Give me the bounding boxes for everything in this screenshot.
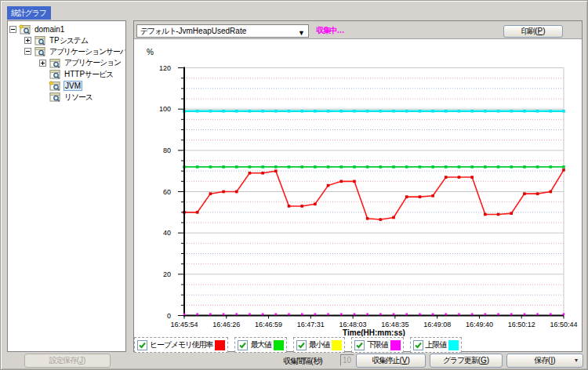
save-button-label: 保存(I) (534, 356, 555, 365)
checkbox-checked-icon[interactable] (238, 340, 248, 350)
print-button[interactable]: 印刷(P) (503, 25, 563, 38)
legend-item-下限値: 下限値 (351, 337, 403, 353)
checkbox-checked-icon[interactable] (413, 340, 423, 350)
svg-text:20: 20 (163, 270, 171, 278)
legend-color-swatch (390, 340, 401, 350)
tree-item-HTTPサービス[interactable]: HTTPサービス (8, 69, 125, 80)
collecting-status: 収集中… (316, 25, 343, 36)
monitor-icon (34, 46, 46, 56)
legend-label: 最小値 (309, 339, 329, 350)
tree-item-アプリケーション[interactable]: アプリケーション (8, 57, 125, 68)
tree-item-label[interactable]: domain1 (34, 25, 65, 34)
legend-item-上限値: 上限値 (410, 337, 462, 353)
tree-item-domain1[interactable]: domain1 (8, 24, 125, 34)
svg-text:120: 120 (159, 64, 171, 72)
monitor-active-icon (19, 24, 31, 34)
svg-text:16:49:40: 16:49:40 (466, 321, 493, 328)
svg-text:16:50:44: 16:50:44 (550, 321, 577, 328)
svg-text:16:48:03: 16:48:03 (339, 321, 367, 328)
graph-toolbar: デフォルト-JvmHeapUsedRate ▼ 収集中… 印刷(P) (134, 21, 582, 39)
graph-refresh-button[interactable]: グラフ更新(G) (430, 354, 503, 368)
tree-item-アプリケーションサーバ[interactable]: アプリケーションサーバ (8, 46, 125, 57)
checkbox-checked-icon[interactable] (354, 340, 365, 350)
legend-color-swatch (274, 340, 284, 350)
stop-collection-button[interactable]: 収集停止(V) (356, 354, 426, 368)
collapse-icon[interactable] (24, 48, 31, 55)
tree-item-TPシステム[interactable]: TPシステム (8, 34, 125, 45)
legend-color-swatch (215, 340, 225, 350)
legend-label: 下限値 (367, 339, 387, 350)
monitor-icon (49, 92, 61, 102)
legend-label: 上限値 (426, 339, 446, 350)
legend-item-最大値: 最大値 (234, 337, 286, 353)
tree-item-リソース[interactable]: リソース (8, 91, 125, 102)
spacer (39, 93, 46, 100)
svg-text:Time(HH:mm:ss): Time(HH:mm:ss) (343, 328, 405, 337)
svg-text:40: 40 (163, 229, 171, 237)
svg-text:16:49:08: 16:49:08 (423, 321, 451, 328)
metric-select[interactable]: デフォルト-JvmHeapUsedRate ▼ (136, 24, 309, 38)
legend-label: ヒープメモリ使用率 (150, 339, 212, 350)
svg-text:16:45:54: 16:45:54 (170, 321, 198, 328)
spacer (39, 71, 46, 78)
tree-item-label[interactable]: JVM (64, 81, 82, 91)
domain-tree-panel: domain1TPシステムアプリケーションサーバアプリケーションHTTPサービス… (7, 20, 126, 352)
spacer (39, 82, 46, 89)
legend-item-最小値: 最小値 (293, 337, 345, 353)
collection-interval-input[interactable]: 10 (340, 354, 354, 366)
save-dropdown-icon[interactable]: ▾ (575, 354, 578, 367)
svg-text:0: 0 (167, 312, 171, 320)
checkbox-checked-icon[interactable] (296, 340, 307, 350)
expand-icon[interactable] (39, 60, 46, 67)
svg-text:16:46:26: 16:46:26 (212, 321, 240, 328)
legend-item-ヒープメモリ使用率: ヒープメモリ使用率 (134, 337, 228, 353)
checkbox-checked-icon[interactable] (137, 340, 147, 350)
monitor-active-icon (49, 81, 61, 91)
svg-text:60: 60 (163, 188, 171, 196)
tab-statistics-graph[interactable]: 統計グラフ (7, 6, 51, 20)
tree-item-JVM[interactable]: JVM (8, 80, 125, 91)
legend-color-swatch (332, 340, 342, 350)
collapse-icon[interactable] (9, 26, 16, 33)
svg-text:16:47:31: 16:47:31 (297, 321, 325, 328)
settings-save-button[interactable]: 設定保存(J) (24, 354, 111, 368)
metric-select-value: デフォルト-JvmHeapUsedRate (140, 27, 246, 35)
chart-area: 02040608010012016:45:5416:46:2616:46:591… (134, 40, 582, 351)
tree-item-label[interactable]: HTTPサービス (64, 69, 114, 80)
svg-text:16:50:12: 16:50:12 (508, 321, 535, 328)
statistics-graph-window: 統計グラフ domain1TPシステムアプリケーションサーバアプリケーションHT… (0, 0, 588, 370)
expand-icon[interactable] (24, 37, 31, 44)
tree-item-label[interactable]: アプリケーション (64, 57, 122, 68)
chart-legend: ヒープメモリ使用率最大値最小値下限値上限値 (134, 337, 462, 353)
tree-item-label[interactable]: リソース (64, 92, 93, 103)
svg-text:16:46:59: 16:46:59 (255, 321, 282, 328)
graph-panel: デフォルト-JvmHeapUsedRate ▼ 収集中… 印刷(P) 02040… (133, 20, 583, 352)
tree-item-label[interactable]: アプリケーションサーバ (49, 46, 126, 57)
monitor-icon (34, 35, 46, 45)
tree-item-label[interactable]: TPシステム (49, 35, 89, 46)
svg-text:%: % (147, 48, 154, 56)
svg-text:100: 100 (159, 105, 171, 113)
chevron-down-icon: ▼ (298, 27, 305, 39)
monitor-icon (49, 58, 61, 68)
legend-label: 最大値 (250, 339, 270, 350)
svg-text:80: 80 (163, 147, 171, 154)
collection-interval-label: 収集間隔(秒) (283, 356, 323, 367)
line-chart: 02040608010012016:45:5416:46:2616:46:591… (134, 40, 582, 336)
bottom-bar: 設定保存(J) 収集間隔(秒) 10 収集停止(V) グラフ更新(G) 保存(I… (1, 353, 587, 369)
save-button[interactable]: 保存(I) ▾ (506, 354, 583, 368)
svg-text:16:48:35: 16:48:35 (381, 321, 408, 328)
legend-color-swatch (448, 340, 459, 350)
monitor-icon (49, 69, 61, 79)
